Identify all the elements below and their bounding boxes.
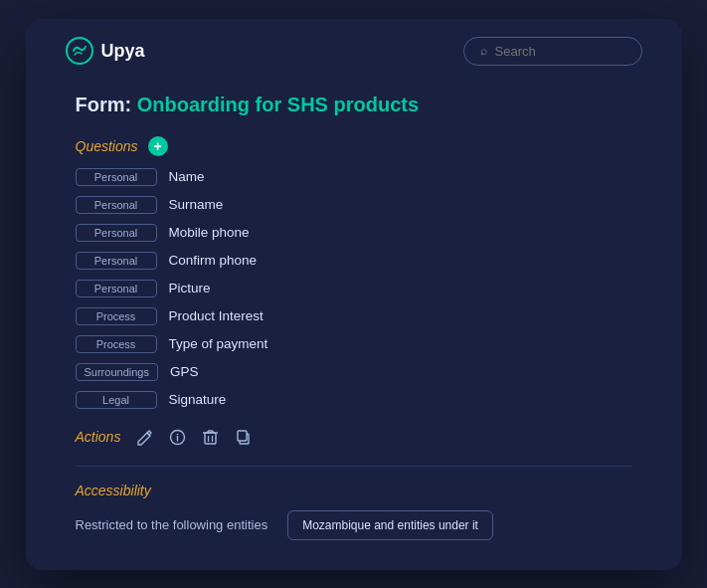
question-row: PersonalMobile phone [76, 220, 632, 246]
actions-section: Actions [76, 429, 632, 446]
search-bar[interactable]: ⌕ [463, 37, 642, 66]
question-label: Type of payment [169, 336, 268, 351]
edit-icon[interactable] [136, 429, 153, 446]
question-label: Confirm phone [169, 253, 258, 268]
search-input[interactable] [495, 44, 615, 59]
question-label: Name [169, 169, 205, 184]
accessibility-row: Restricted to the following entities Moz… [76, 510, 632, 540]
question-label: Surname [169, 197, 224, 212]
question-label: Picture [169, 281, 211, 295]
add-question-button[interactable]: + [148, 136, 168, 156]
category-badge: Process [76, 307, 157, 325]
question-row: ProcessProduct Interest [76, 303, 632, 329]
svg-point-3 [177, 433, 179, 435]
question-label: Product Interest [169, 308, 264, 323]
question-row: PersonalConfirm phone [76, 248, 632, 274]
accessibility-section: Accessibility Restricted to the followin… [76, 466, 632, 540]
question-row: ProcessType of payment [76, 331, 632, 357]
app-shell: Upya ⌕ Form: Onboarding for SHS products… [26, 19, 682, 570]
logo-icon [66, 37, 93, 65]
questions-list: PersonalNamePersonalSurnamePersonalMobil… [76, 164, 632, 413]
question-row: PersonalPicture [76, 276, 632, 301]
search-icon: ⌕ [480, 44, 487, 58]
question-label: GPS [170, 364, 199, 379]
question-label: Mobile phone [169, 225, 250, 240]
question-row: PersonalSurname [76, 192, 632, 218]
question-row: LegalSignature [76, 387, 632, 413]
category-badge: Process [76, 335, 157, 353]
category-badge: Legal [76, 391, 157, 409]
category-badge: Personal [76, 224, 157, 242]
page-title-highlight: Onboarding for SHS products [137, 94, 419, 115]
category-badge: Personal [76, 196, 157, 214]
questions-section-header: Questions + [76, 136, 632, 156]
accessibility-label: Accessibility [76, 483, 632, 498]
svg-point-0 [67, 38, 92, 64]
page-title-prefix: Form: [76, 94, 137, 115]
svg-rect-4 [205, 433, 216, 444]
info-icon[interactable] [169, 429, 186, 446]
main-content: Form: Onboarding for SHS products Questi… [26, 84, 682, 570]
category-badge: Personal [76, 252, 157, 270]
entity-badge-button[interactable]: Mozambique and entities under it [287, 510, 493, 540]
logo-text: Upya [101, 41, 145, 62]
category-badge: Surroundings [76, 363, 158, 381]
questions-label: Questions [76, 138, 138, 154]
category-badge: Personal [76, 168, 157, 186]
actions-label: Actions [76, 429, 121, 445]
question-label: Signature [169, 392, 227, 407]
trash-icon[interactable] [202, 429, 219, 446]
copy-icon[interactable] [235, 429, 252, 446]
category-badge: Personal [76, 280, 157, 297]
question-row: PersonalName [76, 164, 632, 190]
svg-rect-12 [238, 431, 247, 441]
logo: Upya [66, 37, 145, 65]
question-row: SurroundingsGPS [76, 359, 632, 385]
top-nav: Upya ⌕ [26, 19, 682, 84]
restricted-text: Restricted to the following entities [76, 517, 268, 532]
page-title: Form: Onboarding for SHS products [76, 94, 632, 116]
